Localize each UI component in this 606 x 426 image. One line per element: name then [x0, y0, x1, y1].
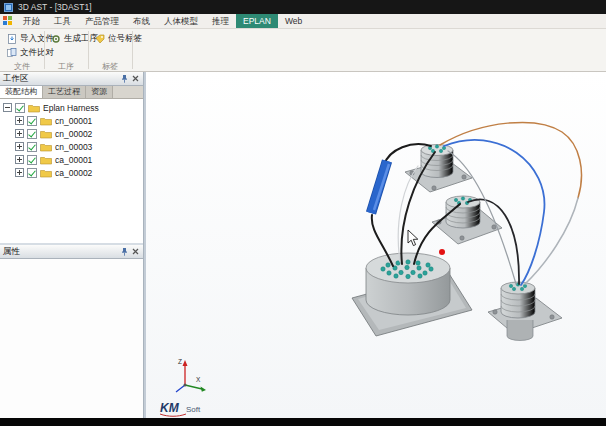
title-bar: 3D AST - [3DAST1]	[0, 0, 606, 14]
axis-triad: Z X	[176, 358, 206, 392]
workspace-panel-title: 工作区	[3, 73, 118, 85]
tree-item-cn00001[interactable]: cn_00001	[0, 114, 143, 127]
connector-icon	[40, 142, 52, 152]
tab-process[interactable]: 工艺过程	[43, 86, 86, 98]
position-label-button[interactable]: 位号标签	[92, 32, 145, 45]
ribbon-group-process: 工序	[44, 61, 88, 71]
button-label: 位号标签	[108, 33, 142, 45]
main-connector[interactable]	[352, 253, 472, 336]
bottom-bar	[0, 418, 606, 426]
expand-icon[interactable]	[15, 142, 24, 151]
axis-x-label: X	[196, 376, 201, 383]
tree-item-label: ca_00002	[55, 168, 92, 178]
tab-inference[interactable]: 推理	[205, 14, 236, 28]
properties-panel-body	[0, 259, 143, 418]
3d-scene: Z X KM Soft	[146, 72, 606, 418]
properties-panel-title: 属性	[3, 246, 118, 258]
pin-icon[interactable]	[120, 247, 129, 256]
tab-start[interactable]: 开始	[16, 14, 47, 28]
checkbox[interactable]	[27, 155, 37, 165]
left-dock: 工作区 装配结构 工艺过程 资源 Eplan Harness	[0, 72, 144, 418]
properties-panel-header: 属性	[0, 245, 143, 259]
expand-icon[interactable]	[15, 129, 24, 138]
tab-eplan[interactable]: EPLAN	[236, 14, 278, 28]
expand-icon[interactable]	[15, 155, 24, 164]
connector-icon	[40, 116, 52, 126]
tree-item-ca00001[interactable]: ca_00001	[0, 153, 143, 166]
application-menu-button[interactable]	[0, 14, 16, 28]
app-logo-icon	[4, 3, 13, 12]
checkbox[interactable]	[27, 168, 37, 178]
application-window: 3D AST - [3DAST1] 开始 工具 产品管理 布线 人体模型 推理 …	[0, 0, 606, 426]
tree-item-label: cn_00003	[55, 142, 92, 152]
connector-cn3[interactable]	[488, 282, 562, 341]
collapse-icon[interactable]	[3, 103, 12, 112]
3d-viewport[interactable]: Z X KM Soft	[146, 72, 606, 418]
cable-icon	[40, 168, 52, 178]
wire-silver	[525, 198, 578, 284]
ribbon-separator	[132, 31, 133, 69]
checkbox[interactable]	[27, 142, 37, 152]
ribbon-group-file: 文件	[0, 61, 44, 71]
checkbox[interactable]	[27, 129, 37, 139]
close-icon[interactable]	[131, 74, 140, 83]
point-marker[interactable]	[439, 249, 445, 255]
assembly-tree: Eplan Harness cn_00001 cn_00002	[0, 99, 143, 243]
harness-root-icon	[28, 103, 40, 113]
mouse-cursor	[408, 230, 418, 246]
sleeve[interactable]	[371, 161, 389, 213]
file-compare-icon	[7, 48, 17, 58]
vendor-logo: KM Soft	[160, 401, 201, 416]
position-label-icon	[95, 34, 105, 44]
import-file-icon	[7, 34, 17, 44]
ribbon: 导入文件 生成工序 位号标签 文件比对 文件 工序	[0, 29, 606, 72]
expand-icon[interactable]	[15, 168, 24, 177]
tree-item-ca00002[interactable]: ca_00002	[0, 166, 143, 179]
workspace-tabs: 装配结构 工艺过程 资源	[0, 86, 143, 99]
menu-bar: 开始 工具 产品管理 布线 人体模型 推理 EPLAN Web	[0, 14, 606, 29]
button-label: 文件比对	[20, 47, 54, 59]
generate-process-icon	[51, 34, 61, 44]
tree-item-label: cn_00002	[55, 129, 92, 139]
tab-resources[interactable]: 资源	[86, 86, 113, 98]
ribbon-group-label: 标签	[88, 61, 132, 71]
close-icon[interactable]	[131, 247, 140, 256]
tab-tools[interactable]: 工具	[47, 14, 78, 28]
workspace-panel-header: 工作区	[0, 72, 143, 86]
tree-item-label: ca_00001	[55, 155, 92, 165]
tree-item-label: cn_00001	[55, 116, 92, 126]
tree-root-label: Eplan Harness	[43, 103, 99, 113]
tab-web[interactable]: Web	[278, 14, 309, 28]
wire-orange	[440, 122, 581, 198]
tab-human-model[interactable]: 人体模型	[157, 14, 205, 28]
connector-icon	[40, 129, 52, 139]
logo-km: KM	[160, 401, 180, 415]
window-title: 3D AST - [3DAST1]	[18, 2, 92, 12]
file-compare-button[interactable]: 文件比对	[4, 46, 57, 59]
checkbox[interactable]	[27, 116, 37, 126]
tab-product-management[interactable]: 产品管理	[78, 14, 126, 28]
pin-icon[interactable]	[120, 74, 129, 83]
tree-item-cn00002[interactable]: cn_00002	[0, 127, 143, 140]
connector-cn2[interactable]	[432, 196, 502, 244]
tab-routing[interactable]: 布线	[126, 14, 157, 28]
expand-icon[interactable]	[15, 116, 24, 125]
tree-root[interactable]: Eplan Harness	[0, 101, 143, 114]
tree-item-cn00003[interactable]: cn_00003	[0, 140, 143, 153]
cable-icon	[40, 155, 52, 165]
checkbox[interactable]	[15, 103, 25, 113]
tab-assembly-structure[interactable]: 装配结构	[0, 86, 43, 98]
app-grid-icon	[3, 16, 13, 26]
axis-z-label: Z	[178, 358, 182, 365]
logo-soft: Soft	[186, 405, 201, 414]
